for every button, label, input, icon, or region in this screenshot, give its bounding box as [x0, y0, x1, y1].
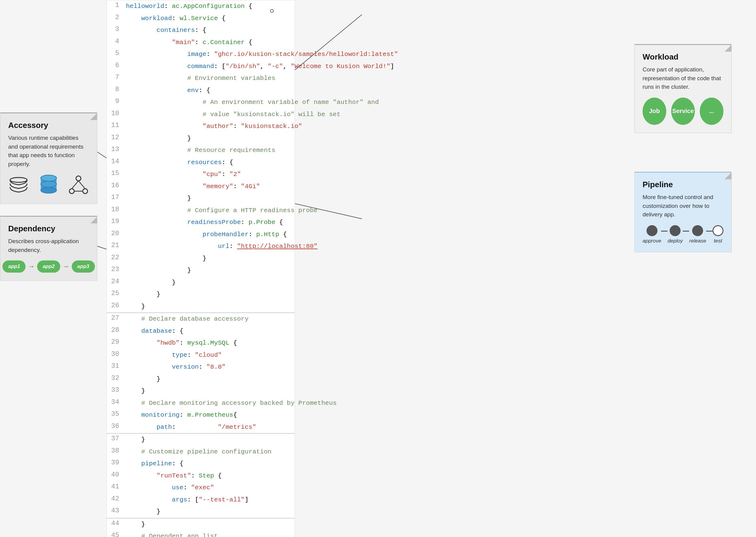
code-line-31: 31 version: "8.0": [107, 361, 295, 373]
code-line-25: 25 }: [107, 288, 295, 301]
accessory-card: Accessory Various runtime capabilities a…: [0, 112, 97, 204]
code-line-20: 20 probeHandler: p.Http {: [107, 228, 295, 241]
workload-buttons-row: Job Service ...: [643, 98, 724, 125]
pipe-connector-1: [661, 231, 668, 231]
svg-point-6: [76, 176, 81, 181]
code-line-13: 13 # Resource requirements: [107, 145, 295, 156]
code-line-32: 32 }: [107, 373, 295, 385]
code-line-2: 2 workload: wl.Service {: [107, 13, 295, 24]
svg-line-9: [72, 181, 78, 189]
code-line-43: 43 }: [107, 506, 295, 518]
svg-line-15: [97, 246, 107, 249]
accessory-description: Various runtime capabilities and operati…: [8, 134, 89, 168]
pipe-label-release: release: [689, 238, 706, 244]
code-line-30: 30 type: "cloud": [107, 349, 295, 361]
workload-more-button[interactable]: ...: [700, 98, 724, 125]
pipeline-card: Pipeline More fine-tuned control and cus…: [634, 172, 732, 252]
code-line-11: 11 "author": "kusionstack.io": [107, 120, 295, 133]
pipe-node-approve: approve: [643, 225, 661, 244]
dep-node-app1: app1: [2, 261, 25, 272]
code-line-42: 42 args: ["--test-all"]: [107, 494, 295, 506]
code-line-35: 35 monitoring: m.Prometheus{: [107, 409, 295, 421]
code-line-27: 27 # Declare database accessory: [107, 312, 295, 325]
code-line-23: 23 }: [107, 265, 295, 276]
pipe-node-deploy: deploy: [668, 225, 683, 244]
pipe-node-test: test: [713, 225, 724, 244]
code-line-41: 41 use: "exec": [107, 482, 295, 494]
svg-point-7: [69, 189, 74, 193]
code-line-29: 29 "hwdb": mysql.MySQL {: [107, 337, 295, 349]
code-line-6: 6 command: ["/bin/sh", "-c", "Welcome to…: [107, 61, 295, 73]
dependency-flow: app1 → app2 → app3: [8, 261, 89, 272]
code-line-14: 14 resources: {: [107, 156, 295, 169]
code-line-33: 33 }: [107, 385, 295, 397]
workload-card: Workload Core part of application, repre…: [634, 44, 732, 133]
code-line-9: 9 # An environment variable of name "aut…: [107, 96, 295, 108]
code-line-26: 26 }: [107, 301, 295, 313]
pipe-connector-2: [683, 231, 689, 231]
workload-service-button[interactable]: Service: [671, 98, 695, 125]
code-line-44: 44 }: [107, 518, 295, 531]
dep-node-app3: app3: [72, 261, 95, 272]
workload-title: Workload: [643, 52, 724, 62]
pipe-circle-release: [692, 225, 703, 236]
code-line-12: 12 }: [107, 133, 295, 145]
dep-node-app2: app2: [37, 261, 60, 272]
dependency-title: Dependency: [8, 224, 89, 233]
workload-job-button[interactable]: Job: [643, 98, 666, 125]
pipe-node-release: release: [689, 225, 706, 244]
code-line-40: 40 "runTest": Step {: [107, 470, 295, 482]
pipe-connector-3: [706, 231, 713, 231]
code-line-37: 37 }: [107, 433, 295, 446]
pipeline-description: More fine-tuned control and customizatio…: [643, 193, 724, 219]
code-line-17: 17 }: [107, 192, 295, 205]
accessory-icons-row: [8, 175, 89, 196]
dependency-description: Describes cross-application dependency.: [8, 237, 89, 254]
svg-point-4: [41, 175, 57, 181]
code-line-18: 18 # Configure a HTTP readiness probe: [107, 205, 295, 217]
code-line-7: 7 # Environment variables: [107, 72, 295, 85]
pipeline-flow: approve deploy release test: [643, 225, 724, 244]
code-line-16: 16 "memory": "4Gi": [107, 181, 295, 193]
code-line-15: 15 "cpu": "2": [107, 168, 295, 181]
workload-description: Core part of application, representation…: [643, 65, 724, 92]
pipe-circle-approve: [646, 225, 657, 236]
code-line-45: 45 # Dependent app list: [107, 530, 295, 537]
dependency-card: Dependency Describes cross-application d…: [0, 216, 97, 281]
dep-arrow-2: →: [63, 263, 69, 270]
pipe-label-deploy: deploy: [668, 238, 683, 244]
svg-point-5: [41, 181, 57, 187]
code-line-22: 22 }: [107, 253, 295, 265]
svg-line-13: [97, 152, 107, 158]
code-line-8: 8 env: {: [107, 85, 295, 97]
database-icon: [38, 175, 59, 196]
pipe-circle-test: [713, 225, 724, 236]
pipe-label-test: test: [714, 238, 722, 244]
code-line-1: 1 helloworld: ac.AppConfiguration {: [107, 0, 295, 13]
code-line-34: 34 # Declare monitoring accessory backed…: [107, 397, 295, 409]
code-line-19: 19 readinessProbe: p.Probe {: [107, 216, 295, 228]
code-line-39: 39 pipeline: {: [107, 458, 295, 470]
pipe-label-approve: approve: [643, 238, 661, 244]
svg-point-3: [41, 187, 57, 193]
code-line-4: 4 "main": c.Container {: [107, 36, 295, 49]
svg-point-8: [83, 189, 88, 193]
code-line-21: 21 url: "http://localhost:80": [107, 240, 295, 253]
pipe-circle-deploy: [670, 225, 681, 236]
graph-icon: [68, 175, 89, 196]
code-line-24: 24 }: [107, 276, 295, 289]
svg-point-0: [10, 178, 27, 182]
svg-line-10: [78, 181, 85, 189]
pipeline-title: Pipeline: [643, 180, 724, 189]
code-line-38: 38 # Customize pipeline configuration: [107, 446, 295, 458]
accessory-title: Accessory: [8, 121, 89, 130]
code-line-10: 10 # value "kusionstack.io" will be set: [107, 108, 295, 121]
code-line-28: 28 database: {: [107, 325, 295, 337]
stack-icon: [8, 175, 29, 196]
dep-arrow-1: →: [28, 263, 35, 270]
code-line-5: 5 image: "ghcr.io/kusion-stack/samples/h…: [107, 48, 295, 61]
code-line-3: 3 containers: {: [107, 24, 295, 36]
code-editor: 1 helloworld: ac.AppConfiguration { 2 wo…: [107, 0, 295, 537]
code-line-36: 36 path: "/metrics": [107, 421, 295, 434]
